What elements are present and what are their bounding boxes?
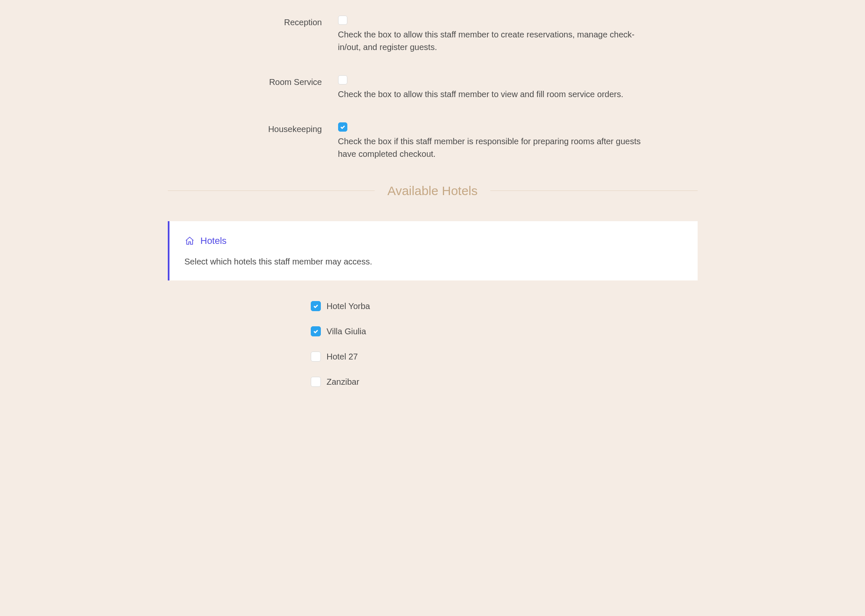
check-icon <box>340 124 346 130</box>
permission-content: Check the box if this staff member is re… <box>338 122 649 160</box>
permission-content: Check the box to allow this staff member… <box>338 15 649 53</box>
hotels-info-card: Hotels Select which hotels this staff me… <box>168 221 698 280</box>
info-card-description: Select which hotels this staff member ma… <box>185 255 682 268</box>
hotel-label: Hotel Yorba <box>327 300 370 312</box>
permission-row-reception: Reception Check the box to allow this st… <box>168 15 698 53</box>
reception-checkbox[interactable] <box>338 16 347 25</box>
info-card-header: Hotels <box>185 234 682 248</box>
hotel-item-zanzibar[interactable]: Zanzibar <box>311 375 698 388</box>
hotel-label: Hotel 27 <box>327 350 358 363</box>
permission-label: Housekeeping <box>168 122 338 160</box>
permission-description: Check the box to allow this staff member… <box>338 88 649 100</box>
section-divider: Available Hotels <box>168 181 698 200</box>
permission-row-room-service: Room Service Check the box to allow this… <box>168 74 698 100</box>
hotel-item-yorba[interactable]: Hotel Yorba <box>311 300 698 312</box>
info-card-title: Hotels <box>201 234 227 248</box>
hotels-list: Hotel Yorba Villa Giulia Hotel 27 Zanzib… <box>168 300 698 388</box>
hotel-item-villa-giulia[interactable]: Villa Giulia <box>311 325 698 338</box>
hotel-checkbox[interactable] <box>311 377 321 387</box>
check-icon <box>313 328 319 334</box>
hotel-checkbox[interactable] <box>311 326 321 336</box>
hotel-label: Villa Giulia <box>327 325 366 338</box>
permission-description: Check the box to allow this staff member… <box>338 28 649 53</box>
permission-label: Room Service <box>168 74 338 100</box>
check-icon <box>313 303 319 309</box>
section-title: Available Hotels <box>375 181 490 200</box>
permission-label: Reception <box>168 15 338 53</box>
permission-description: Check the box if this staff member is re… <box>338 135 649 160</box>
permission-row-housekeeping: Housekeeping Check the box if this staff… <box>168 122 698 160</box>
home-icon <box>185 236 195 246</box>
hotel-checkbox[interactable] <box>311 352 321 362</box>
permission-content: Check the box to allow this staff member… <box>338 74 649 100</box>
housekeeping-checkbox[interactable] <box>338 122 347 132</box>
room-service-checkbox[interactable] <box>338 75 347 85</box>
hotel-item-27[interactable]: Hotel 27 <box>311 350 698 363</box>
hotel-checkbox[interactable] <box>311 301 321 311</box>
hotel-label: Zanzibar <box>327 375 360 388</box>
